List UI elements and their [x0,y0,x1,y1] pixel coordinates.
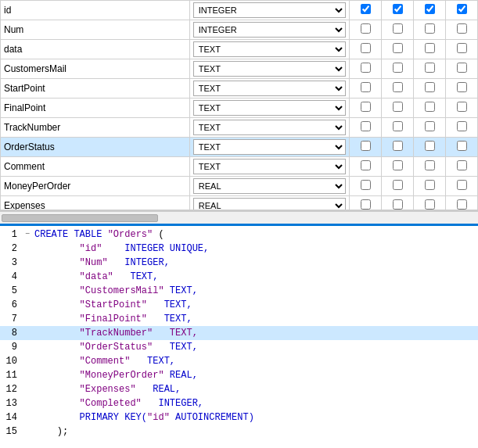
checkbox-cell-cb4[interactable] [446,59,478,79]
checkbox-cb4[interactable] [457,102,467,112]
table-row[interactable]: NumINTEGERTEXTREALBLOBNUMERIC [1,20,478,40]
checkbox-cb2[interactable] [393,160,403,170]
checkbox-cell-cb2[interactable] [382,118,414,138]
checkbox-cell-cb4[interactable] [446,40,478,59]
checkbox-cell-cb1[interactable] [350,59,382,79]
checkbox-cell-cb4[interactable] [446,1,478,20]
checkbox-cell-cb3[interactable] [414,177,446,196]
field-type-cell[interactable]: INTEGERTEXTREALBLOBNUMERIC [189,196,350,212]
checkbox-cb2[interactable] [393,180,403,190]
scrollbar-thumb[interactable] [2,214,158,222]
checkbox-cb3[interactable] [425,180,435,190]
checkbox-cb3[interactable] [425,102,435,112]
type-select[interactable]: INTEGERTEXTREALBLOBNUMERIC [193,2,347,18]
field-type-cell[interactable]: INTEGERTEXTREALBLOBNUMERIC [189,177,350,196]
table-row[interactable]: CustomersMailINTEGERTEXTREALBLOBNUMERIC [1,59,478,79]
checkbox-cb2[interactable] [393,23,403,34]
checkbox-cell-cb2[interactable] [382,40,414,59]
checkbox-cell-cb1[interactable] [350,40,382,59]
checkbox-cb2[interactable] [393,82,403,92]
checkbox-cb3[interactable] [425,199,435,210]
table-row[interactable]: CommentINTEGERTEXTREALBLOBNUMERIC [1,157,478,177]
checkbox-cb4[interactable] [457,199,467,210]
checkbox-cb2[interactable] [393,121,403,131]
table-row[interactable]: dataINTEGERTEXTREALBLOBNUMERIC [1,40,478,59]
checkbox-cell-cb4[interactable] [446,99,478,118]
table-row[interactable]: FinalPointINTEGERTEXTREALBLOBNUMERIC [1,99,478,118]
collapse-icon[interactable]: − [22,228,33,242]
checkbox-cell-cb3[interactable] [414,157,446,177]
checkbox-cell-cb1[interactable] [350,20,382,40]
checkbox-cell-cb3[interactable] [414,99,446,118]
checkbox-cell-cb4[interactable] [446,20,478,40]
field-type-cell[interactable]: INTEGERTEXTREALBLOBNUMERIC [189,1,350,20]
checkbox-cb2[interactable] [393,199,403,210]
checkbox-cell-cb3[interactable] [414,118,446,138]
checkbox-cb4[interactable] [457,121,467,131]
checkbox-cb1[interactable] [361,199,371,210]
checkbox-cell-cb4[interactable] [446,177,478,196]
checkbox-cell-cb1[interactable] [350,79,382,99]
checkbox-cb1[interactable] [361,160,371,170]
checkbox-cell-cb2[interactable] [382,59,414,79]
checkbox-cell-cb4[interactable] [446,196,478,212]
table-row[interactable]: StartPointINTEGERTEXTREALBLOBNUMERIC [1,79,478,99]
checkbox-cb3[interactable] [425,121,435,131]
checkbox-cb1[interactable] [361,102,371,112]
checkbox-cb2[interactable] [393,102,403,112]
field-type-cell[interactable]: INTEGERTEXTREALBLOBNUMERIC [189,79,350,99]
checkbox-cell-cb2[interactable] [382,20,414,40]
checkbox-cell-cb1[interactable] [350,157,382,177]
checkbox-cell-cb1[interactable] [350,177,382,196]
checkbox-cell-cb2[interactable] [382,138,414,157]
type-select[interactable]: INTEGERTEXTREALBLOBNUMERIC [193,22,347,38]
type-select[interactable]: INTEGERTEXTREALBLOBNUMERIC [193,139,347,155]
checkbox-cell-cb4[interactable] [446,118,478,138]
checkbox-cb3[interactable] [425,23,435,34]
table-row[interactable]: MoneyPerOrderINTEGERTEXTREALBLOBNUMERIC [1,177,478,196]
type-select[interactable]: INTEGERTEXTREALBLOBNUMERIC [193,159,347,174]
checkbox-cb1[interactable] [361,63,371,73]
checkbox-cb1[interactable] [361,82,371,92]
checkbox-cell-cb3[interactable] [414,59,446,79]
checkbox-cell-cb4[interactable] [446,157,478,177]
checkbox-cell-cb3[interactable] [414,1,446,20]
field-type-cell[interactable]: INTEGERTEXTREALBLOBNUMERIC [189,138,350,157]
type-select[interactable]: INTEGERTEXTREALBLOBNUMERIC [193,120,347,135]
checkbox-cb2[interactable] [393,4,403,14]
checkbox-cb3[interactable] [425,43,435,53]
checkbox-cell-cb4[interactable] [446,138,478,157]
checkbox-cb1[interactable] [361,180,371,190]
checkbox-cb3[interactable] [425,160,435,170]
checkbox-cell-cb1[interactable] [350,196,382,212]
checkbox-cb4[interactable] [457,63,467,73]
type-select[interactable]: INTEGERTEXTREALBLOBNUMERIC [193,61,347,77]
checkbox-cell-cb3[interactable] [414,138,446,157]
checkbox-cell-cb3[interactable] [414,79,446,99]
field-type-cell[interactable]: INTEGERTEXTREALBLOBNUMERIC [189,40,350,59]
horizontal-scrollbar[interactable] [0,211,478,224]
type-select[interactable]: INTEGERTEXTREALBLOBNUMERIC [193,178,347,194]
checkbox-cell-cb4[interactable] [446,79,478,99]
checkbox-cb2[interactable] [393,43,403,53]
checkbox-cell-cb2[interactable] [382,79,414,99]
checkbox-cb1[interactable] [361,121,371,131]
checkbox-cb4[interactable] [457,82,467,92]
checkbox-cb2[interactable] [393,141,403,151]
field-type-cell[interactable]: INTEGERTEXTREALBLOBNUMERIC [189,20,350,40]
checkbox-cell-cb2[interactable] [382,157,414,177]
checkbox-cell-cb3[interactable] [414,196,446,212]
checkbox-cb1[interactable] [361,141,371,151]
checkbox-cell-cb3[interactable] [414,40,446,59]
checkbox-cb1[interactable] [361,4,371,14]
field-type-cell[interactable]: INTEGERTEXTREALBLOBNUMERIC [189,118,350,138]
checkbox-cell-cb2[interactable] [382,196,414,212]
checkbox-cell-cb1[interactable] [350,138,382,157]
field-type-cell[interactable]: INTEGERTEXTREALBLOBNUMERIC [189,59,350,79]
type-select[interactable]: INTEGERTEXTREALBLOBNUMERIC [193,81,347,96]
table-row[interactable]: TrackNumberINTEGERTEXTREALBLOBNUMERIC [1,118,478,138]
checkbox-cell-cb2[interactable] [382,1,414,20]
checkbox-cell-cb1[interactable] [350,1,382,20]
checkbox-cell-cb1[interactable] [350,99,382,118]
type-select[interactable]: INTEGERTEXTREALBLOBNUMERIC [193,198,347,211]
